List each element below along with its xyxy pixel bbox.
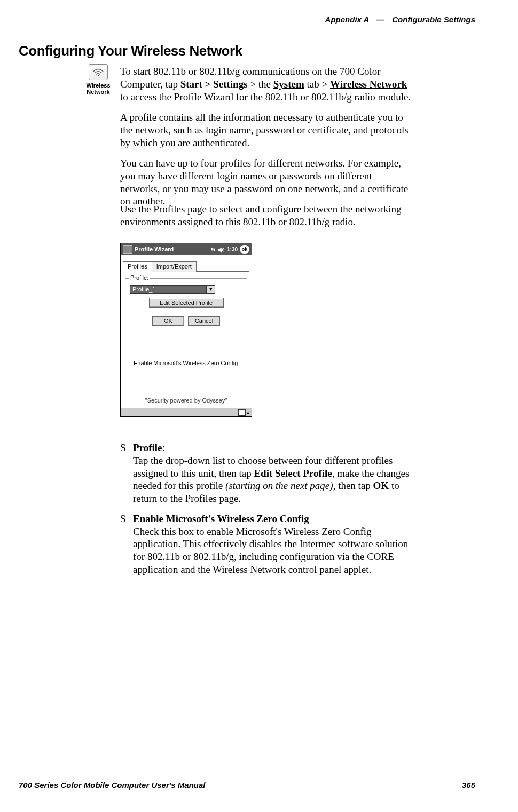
bullet1-body-mid2: , then tap: [333, 480, 373, 491]
pda-status-icons: ⇆ ◀ϵ 1:30: [211, 247, 238, 253]
bullet-list: Profile: Tap the drop-down list to choos…: [120, 442, 411, 584]
profile-dropdown-value: Profile_1: [130, 286, 206, 293]
bullet2-title: Enable Microsoft's Wireless Zero Config: [133, 513, 309, 524]
bullet1-bold1: Edit Select Profile: [254, 468, 332, 479]
titlebar-ok-button[interactable]: ok: [240, 245, 249, 254]
start-flag-icon: [123, 245, 132, 254]
svg-point-0: [98, 75, 99, 76]
bullet1-bold2: OK: [373, 480, 389, 491]
bullet1-title: Profile: [133, 442, 162, 453]
pda-bottom-bar: ▴: [121, 408, 252, 416]
cancel-button[interactable]: Cancel: [188, 316, 220, 326]
tab-import-export[interactable]: Import/Export: [152, 261, 197, 272]
connectivity-icon: ⇆: [211, 247, 215, 253]
edit-selected-profile-button[interactable]: Edit Selected Profile: [149, 298, 224, 308]
zero-config-checkbox[interactable]: [125, 360, 131, 366]
zero-config-row: Enable Microsoft's Wireless Zero Config: [125, 360, 247, 366]
pda-titlebar: Profile Wizard ⇆ ◀ϵ 1:30 ok: [121, 243, 252, 255]
list-item: Enable Microsoft's Wireless Zero Config …: [120, 513, 411, 576]
p1-m2: tab >: [304, 78, 330, 90]
profile-group-label: Profile:: [129, 274, 150, 281]
paragraph-1: To start 802.11b or 802.11b/g communicat…: [120, 65, 411, 103]
list-item: Profile: Tap the drop-down list to choos…: [120, 442, 411, 505]
ok-cancel-row: OK Cancel: [130, 316, 242, 326]
bullet1-colon: :: [162, 442, 165, 453]
zero-config-label: Enable Microsoft's Wireless Zero Config: [134, 360, 238, 366]
header-dash: —: [376, 15, 384, 24]
page-title: Configuring Your Wireless Network: [19, 43, 242, 59]
arrow-up-icon[interactable]: ▴: [247, 409, 249, 415]
pda-time: 1:30: [227, 247, 238, 253]
paragraph-2: A profile contains all the information n…: [120, 111, 411, 149]
footer-manual-title: 700 Series Color Mobile Computer User's …: [19, 781, 206, 790]
pda-title-text: Profile Wizard: [135, 246, 209, 253]
profile-wizard-screenshot: Profile Wizard ⇆ ◀ϵ 1:30 ok Profiles Imp…: [120, 243, 252, 417]
paragraph-3: You can have up to four profiles for dif…: [120, 157, 411, 208]
page-footer: 700 Series Color Mobile Computer User's …: [19, 781, 475, 790]
tab-profiles[interactable]: Profiles: [123, 261, 152, 272]
keyboard-icon[interactable]: [238, 409, 246, 416]
paragraph-4: Use the Profiles page to select and conf…: [120, 203, 411, 228]
p1-m1: > the: [248, 78, 273, 90]
page-header: Appendix A — Configurable Settings: [325, 15, 475, 24]
icon-label-line2: Network: [84, 89, 112, 95]
p1-underline1: System: [273, 78, 304, 90]
ok-button[interactable]: OK: [152, 316, 184, 326]
pda-footer-text: "Security powered by Odyssey": [121, 397, 252, 404]
p1-post: to access the Profile Wizard for the 802…: [120, 91, 411, 103]
wireless-network-icon-block: Wireless Network: [84, 64, 112, 95]
header-appendix: Appendix A: [325, 15, 369, 24]
bullet2-body: Check this box to enable Microsoft's Wir…: [133, 526, 408, 575]
profile-dropdown[interactable]: Profile_1 ▾: [130, 285, 215, 294]
volume-icon: ◀ϵ: [217, 247, 225, 253]
profile-group: Profile: Profile_1 ▾ Edit Selected Profi…: [125, 278, 247, 330]
p1-bold1: Start > Settings: [180, 78, 248, 90]
bullet1-italic: (starting on the next page): [225, 480, 333, 491]
chevron-down-icon[interactable]: ▾: [206, 286, 215, 293]
footer-page-number: 365: [462, 781, 475, 790]
wifi-icon: [89, 64, 108, 80]
p1-underline2: Wireless Network: [330, 78, 407, 90]
icon-label-line1: Wireless: [84, 82, 112, 89]
pda-tabstrip: Profiles Import/Export: [123, 261, 249, 272]
header-section: Configurable Settings: [392, 15, 475, 24]
